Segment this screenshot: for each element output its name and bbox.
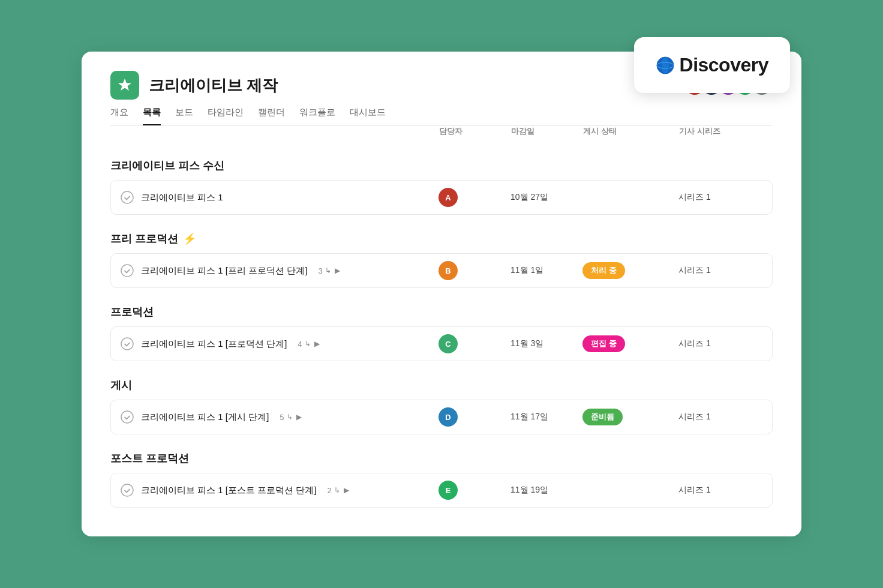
svg-marker-4 [118, 79, 131, 91]
header-left: 크리에이티브 제작 [110, 71, 278, 100]
main-card: 크리에이티브 제작 A B C D E 개요 목록 보드 타임라인 캘린더 워크… [82, 52, 801, 536]
nav-tabs: 개요 목록 보드 타임라인 캘린더 워크플로 대시보드 [110, 107, 773, 126]
project-title: 크리에이티브 제작 [149, 75, 278, 96]
task-series-1: 시리즈 1 [678, 192, 762, 203]
task-status-2: 처리 중 [582, 262, 678, 279]
task-meta-5: 2 ↳ ▶ [328, 486, 349, 495]
section-title-2: 프리 프로덕션 [110, 232, 178, 246]
task-name-2: 크리에이티브 피스 1 [프리 프로덕션 단계] [141, 265, 308, 277]
arrow-icon-2: ▶ [335, 266, 340, 275]
section-header-1: 크리에이티브 피스 수신 [110, 158, 773, 173]
section-header-3: 프로덕션 [110, 305, 773, 319]
status-badge-editing: 편집 중 [582, 335, 625, 352]
task-count-2: 3 [319, 266, 323, 275]
task-assignee-4: D [439, 407, 510, 427]
task-status-4: 준비됨 [582, 409, 678, 425]
task-left-4: 크리에이티브 피스 1 [게시 단계] 5 ↳ ▶ [121, 410, 439, 424]
branch-icon-5: ↳ [334, 486, 340, 494]
col-assignee: 담당자 [439, 126, 511, 137]
tab-calendar[interactable]: 캘린더 [258, 107, 285, 125]
section-post-production: 포스트 프로덕션 크리에이티브 피스 1 [포스트 프로덕션 단계] 2 ↳ ▶… [110, 451, 773, 508]
assignee-avatar-3: C [439, 334, 458, 353]
task-date-2: 11월 1일 [510, 265, 582, 276]
task-date-4: 11월 17일 [510, 412, 582, 422]
task-assignee-2: B [439, 261, 510, 280]
check-circle-icon [121, 191, 134, 204]
task-count-5: 2 [328, 486, 332, 495]
col-publish-status: 게시 상태 [583, 126, 679, 137]
section-production: 프로덕션 크리에이티브 피스 1 [프로덕션 단계] 4 ↳ ▶ C 11월 3… [110, 305, 773, 361]
arrow-icon-3: ▶ [314, 340, 320, 348]
discovery-label: Discovery [680, 54, 768, 76]
tab-list[interactable]: 목록 [143, 107, 161, 125]
task-assignee-1: A [439, 188, 510, 207]
tab-overview[interactable]: 개요 [110, 107, 128, 125]
check-circle-icon [121, 337, 134, 350]
section-header-4: 게시 [110, 378, 773, 392]
table-header: 담당자 마감일 게시 상태 기사 시리즈 [110, 126, 773, 142]
table-row[interactable]: 크리에이티브 피스 1 [포스트 프로덕션 단계] 2 ↳ ▶ E 11월 19… [110, 473, 773, 508]
section-pre-production: 프리 프로덕션 ⚡ 크리에이티브 피스 1 [프리 프로덕션 단계] 3 ↳ ▶… [110, 232, 773, 288]
task-date-1: 10월 27일 [510, 192, 582, 203]
task-count-4: 5 [280, 413, 284, 422]
tab-board[interactable]: 보드 [175, 107, 193, 125]
task-meta-3: 4 ↳ ▶ [298, 340, 319, 349]
task-name-5: 크리에이티브 피스 1 [포스트 프로덕션 단계] [141, 485, 317, 496]
branch-icon-4: ↳ [287, 413, 293, 421]
table-row[interactable]: 크리에이티브 피스 1 A 10월 27일 시리즈 1 [110, 180, 773, 215]
task-date-5: 11월 19일 [510, 485, 582, 496]
svg-point-1 [662, 57, 669, 74]
section-publish: 게시 크리에이티브 피스 1 [게시 단계] 5 ↳ ▶ D 11월 17일 [110, 378, 773, 434]
col-article-series: 기사 시리즈 [679, 126, 763, 137]
section-title-3: 프로덕션 [110, 305, 154, 319]
section-title-5: 포스트 프로덕션 [110, 451, 189, 466]
task-name-1: 크리에이티브 피스 1 [141, 192, 223, 203]
svg-point-5 [121, 191, 133, 203]
task-left-5: 크리에이티브 피스 1 [포스트 프로덕션 단계] 2 ↳ ▶ [121, 484, 439, 497]
discovery-globe-icon [656, 56, 675, 75]
branch-icon-2: ↳ [325, 266, 331, 275]
task-series-5: 시리즈 1 [678, 485, 762, 496]
task-series-4: 시리즈 1 [678, 412, 762, 422]
tab-dashboard[interactable]: 대시보드 [350, 107, 386, 125]
check-circle-icon [121, 484, 134, 497]
svg-point-6 [121, 265, 133, 277]
table-row[interactable]: 크리에이티브 피스 1 [게시 단계] 5 ↳ ▶ D 11월 17일 준비됨 … [110, 400, 773, 434]
task-left-2: 크리에이티브 피스 1 [프리 프로덕션 단계] 3 ↳ ▶ [121, 264, 439, 277]
status-badge-processing: 처리 중 [582, 262, 625, 279]
lightning-icon: ⚡ [183, 232, 196, 245]
branch-icon-3: ↳ [305, 340, 311, 348]
task-series-2: 시리즈 1 [678, 265, 762, 276]
project-icon [110, 71, 139, 100]
tab-timeline[interactable]: 타임라인 [208, 107, 244, 125]
assignee-avatar-1: A [439, 188, 458, 207]
status-badge-ready: 준비됨 [582, 409, 623, 425]
task-meta-4: 5 ↳ ▶ [280, 413, 301, 422]
task-status-3: 편집 중 [582, 335, 678, 352]
task-series-3: 시리즈 1 [678, 338, 762, 349]
task-assignee-3: C [439, 334, 510, 353]
assignee-avatar-4: D [439, 407, 458, 427]
section-header-2: 프리 프로덕션 ⚡ [110, 232, 773, 246]
svg-point-7 [121, 338, 133, 350]
discovery-card: Discovery [634, 37, 790, 93]
arrow-icon-5: ▶ [344, 486, 349, 494]
task-name-3: 크리에이티브 피스 1 [프로덕션 단계] [141, 338, 287, 350]
table-row[interactable]: 크리에이티브 피스 1 [프리 프로덕션 단계] 3 ↳ ▶ B 11월 1일 … [110, 253, 773, 288]
star-icon [117, 77, 133, 93]
task-name-4: 크리에이티브 피스 1 [게시 단계] [141, 412, 269, 423]
tab-workflow[interactable]: 워크플로 [299, 107, 335, 125]
check-circle-icon [121, 410, 134, 424]
col-due-date: 마감일 [511, 126, 583, 137]
task-meta-2: 3 ↳ ▶ [319, 266, 340, 275]
section-header-5: 포스트 프로덕션 [110, 451, 773, 466]
arrow-icon-4: ▶ [296, 413, 302, 421]
assignee-avatar-5: E [439, 481, 458, 500]
check-circle-icon [121, 264, 134, 277]
section-title-1: 크리에이티브 피스 수신 [110, 158, 224, 173]
table-row[interactable]: 크리에이티브 피스 1 [프로덕션 단계] 4 ↳ ▶ C 11월 3일 편집 … [110, 326, 773, 361]
section-title-4: 게시 [110, 378, 132, 392]
svg-point-9 [121, 484, 133, 496]
section-creative-receive: 크리에이티브 피스 수신 크리에이티브 피스 1 A 10월 27일 시리즈 1 [110, 158, 773, 215]
task-assignee-5: E [439, 481, 510, 500]
